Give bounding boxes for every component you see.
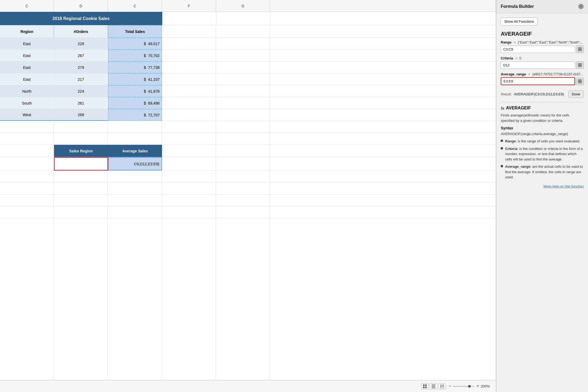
cell-orders-6: 261 [54, 97, 108, 109]
cell-g-e3 [216, 171, 270, 182]
svg-rect-10 [441, 386, 443, 387]
amount-7: 72,707 [148, 113, 160, 117]
currency-3: $ [144, 65, 146, 70]
criteria-preview: 0 [519, 56, 521, 60]
cell-e-empty2 [108, 133, 162, 145]
currency-2: $ [144, 53, 146, 58]
more-help-link[interactable]: More help on this function [501, 180, 584, 188]
done-button[interactable]: Done [568, 91, 584, 98]
zoom-plus-button[interactable]: + [476, 383, 479, 389]
cell-region-5: North [0, 85, 54, 97]
cell-c-e3 [0, 171, 54, 182]
cell-f-sumhdr [162, 145, 216, 157]
bullet-dot-1 [501, 140, 503, 142]
criteria-input-row [501, 61, 584, 69]
syntax-title: Syntax [501, 126, 584, 130]
cell-f-header [162, 25, 216, 38]
zoom-slider[interactable] [453, 386, 475, 387]
cell-g-2 [216, 50, 270, 61]
panel-body: Show All Functions AVERAGEIF Range = {"E… [496, 13, 588, 392]
cell-f-5 [162, 85, 216, 97]
range-param-name: Range [501, 40, 512, 44]
bullet-dot-3 [501, 165, 503, 167]
table-row: East 267 $ 70,702 [0, 50, 496, 62]
cell-sales-3: $ 77,738 [108, 62, 162, 73]
range-input[interactable] [501, 46, 575, 53]
cell-orders-1: 228 [54, 38, 108, 49]
cell-orders-4: 217 [54, 73, 108, 85]
cell-g-1 [216, 38, 270, 49]
empty-row-2 [0, 133, 496, 145]
range-input-row [501, 45, 584, 53]
list-view-icon[interactable] [430, 383, 437, 389]
function-description-section: fx AVERAGEIF Finds average(arithmetic me… [501, 102, 584, 188]
formula-panel: Formula Builder ✕ Show All Functions AVE… [496, 0, 588, 392]
empty-row-6 [0, 206, 496, 218]
summary-region-input[interactable] [54, 157, 108, 170]
cell-f-2 [162, 50, 216, 61]
spreadsheet-area: C D E F G 2018 Regional Cookie Sales Reg… [0, 0, 496, 392]
summary-header-avg: Average Sales [108, 145, 162, 157]
result-row: Result: AVERAGEIF(C3:C9,D12,E3:E9) Done [501, 91, 584, 98]
cell-e-e3 [108, 171, 162, 182]
cell-orders-2: 267 [54, 50, 108, 61]
cell-spacer-header [270, 25, 496, 38]
cell-g-empty2 [216, 133, 270, 145]
criteria-label-row: Criteria = 0 [501, 56, 584, 60]
cell-f-7 [162, 109, 216, 121]
title-row: 2018 Regional Cookie Sales [0, 12, 496, 25]
table-row: West 268 $ 72,707 [0, 109, 496, 121]
cell-spacer-sumhdr [270, 145, 496, 157]
svg-rect-11 [441, 387, 442, 387]
page-view-icon[interactable] [438, 383, 446, 389]
main-header-row: Region #Orders Total Sales [0, 25, 496, 38]
svg-rect-4 [432, 384, 435, 385]
title-cell: 2018 Regional Cookie Sales [0, 12, 162, 25]
zoom-minus-button[interactable]: − [449, 383, 452, 389]
criteria-input[interactable] [501, 62, 575, 69]
header-sales: Total Sales [108, 25, 162, 38]
svg-rect-2 [423, 387, 425, 388]
avgrange-input[interactable] [501, 77, 575, 85]
summary-data-row: C9,D12,E3:E9) [0, 157, 496, 171]
cell-f-empty2 [162, 133, 216, 145]
avgrange-select-button[interactable] [576, 78, 584, 85]
cell-c-sumhdr [0, 145, 54, 157]
cell-f-3 [162, 62, 216, 73]
empty-row-3 [0, 171, 496, 183]
table-row: North 224 $ 41,676 [0, 85, 496, 97]
grid-view-icon[interactable] [421, 383, 429, 389]
empty-row-1 [0, 121, 496, 133]
cell-sales-7: $ 72,707 [108, 109, 162, 121]
show-all-functions-button[interactable]: Show All Functions [501, 18, 537, 25]
cell-d-empty2 [54, 133, 108, 145]
cell-sales-2: $ 70,702 [108, 50, 162, 61]
cell-d-empty1 [54, 121, 108, 133]
cell-c-empty2 [0, 133, 54, 145]
svg-rect-5 [432, 386, 435, 386]
cell-sales-1: $ 49,017 [108, 38, 162, 49]
zoom-controls: − + 200% [449, 383, 492, 389]
close-button[interactable]: ✕ [578, 4, 584, 9]
list-item: Range: is the range of cells you want ev… [501, 139, 584, 144]
col-header-e: E [108, 0, 162, 12]
cell-c-sumdata [0, 157, 54, 170]
cell-spacer-7 [270, 109, 496, 121]
range-select-button[interactable] [576, 45, 584, 53]
bottom-toolbar: − + 200% [0, 380, 496, 392]
svg-rect-0 [423, 384, 425, 386]
cell-orders-3: 279 [54, 62, 108, 73]
cell-f-e3 [162, 171, 216, 182]
cell-spacer-4 [270, 73, 496, 85]
range-preview: {"East";"East";"East";"East";"North";"So… [518, 41, 583, 44]
empty-row-7 [0, 218, 496, 380]
summary-formula-cell[interactable]: C9,D12,E3:E9) [108, 157, 162, 170]
avgrange-param-name: Average_range [501, 72, 526, 76]
empty-row-4 [0, 183, 496, 195]
amount-1: 49,017 [148, 42, 160, 46]
avgrange-label-row: Average_range = {49017;70702;77738;41107… [501, 72, 584, 76]
fx-icon: fx [501, 106, 504, 110]
criteria-select-button[interactable] [576, 61, 584, 69]
cell-g-3 [216, 62, 270, 73]
bullet-text-3: Average_range: are the actual cells to b… [505, 164, 584, 180]
